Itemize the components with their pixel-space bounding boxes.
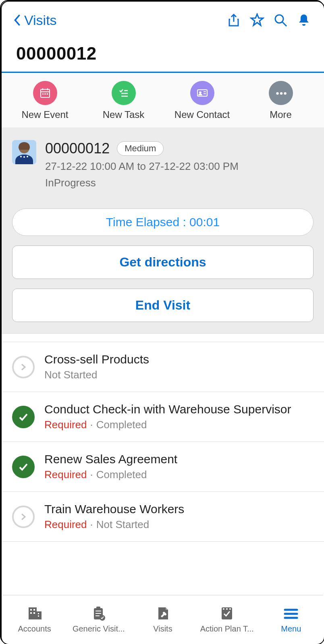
nav-plan[interactable]: Action Plan T...	[197, 605, 257, 634]
svg-point-18	[276, 92, 278, 95]
share-button[interactable]	[225, 11, 243, 29]
svg-rect-29	[30, 612, 32, 614]
building-icon	[26, 605, 43, 622]
bottom-nav: AccountsGeneric Visit...VisitsAction Pla…	[2, 595, 323, 643]
svg-point-24	[27, 156, 28, 157]
share-icon	[226, 13, 241, 27]
priority-badge: Medium	[117, 141, 164, 156]
page-title-row: 00000012	[2, 33, 324, 72]
action-block: Time Elapsed : 00:01 Get directions End …	[2, 208, 324, 334]
svg-rect-34	[96, 607, 100, 609]
svg-rect-10	[47, 93, 48, 95]
task-title: Renew Sales Agreement	[44, 452, 314, 466]
record-status: InProgress	[45, 177, 314, 189]
plan-icon	[218, 605, 235, 622]
nav-label: Visits	[153, 624, 172, 634]
contact-card-icon	[190, 81, 214, 105]
task-meta: Required·Completed	[44, 469, 314, 481]
quick-action-calendar[interactable]: New Event	[9, 81, 81, 120]
favorite-button[interactable]	[248, 11, 266, 29]
chevron-circle-icon	[12, 506, 35, 528]
task-meta: Required·Not Started	[44, 518, 314, 531]
quick-actions-row: New EventNew TaskNew ContactMore	[2, 73, 324, 128]
svg-point-42	[229, 608, 231, 610]
quick-action-label: More	[270, 109, 292, 120]
svg-rect-37	[96, 615, 100, 616]
quick-action-dots[interactable]: More	[245, 81, 317, 120]
clipboard-icon	[90, 605, 107, 622]
nav-building[interactable]: Accounts	[4, 605, 65, 634]
task-list: Cross-sell ProductsNot StartedConduct Ch…	[2, 334, 324, 542]
nav-label: Menu	[281, 624, 301, 634]
svg-point-20	[284, 92, 286, 95]
svg-marker-1	[251, 14, 263, 25]
task-body: Conduct Check-in with Warehouse Supervis…	[44, 402, 314, 431]
avatar	[12, 140, 36, 164]
record-datetime: 27-12-22 10:00 AM to 27-12-22 03:00 PM	[45, 160, 314, 173]
svg-line-3	[282, 22, 287, 26]
svg-rect-28	[33, 609, 35, 611]
task-meta: Not Started	[44, 369, 314, 381]
nav-wrench-doc[interactable]: Visits	[133, 605, 193, 634]
svg-rect-31	[38, 613, 39, 614]
svg-rect-8	[42, 93, 44, 95]
record-section: 00000012 Medium 27-12-22 10:00 AM to 27-…	[2, 128, 324, 334]
nav-label: Generic Visit...	[73, 624, 125, 634]
page-title: 00000012	[16, 43, 309, 64]
task-title: Cross-sell Products	[44, 353, 314, 366]
back-label: Visits	[24, 12, 57, 28]
task-body: Cross-sell ProductsNot Started	[44, 353, 314, 381]
search-button[interactable]	[272, 11, 289, 29]
bell-icon	[297, 13, 311, 27]
avatar-icon	[12, 140, 36, 164]
chevron-circle-icon	[12, 356, 35, 378]
task-item[interactable]: Cross-sell ProductsNot Started	[2, 342, 324, 392]
svg-point-40	[223, 608, 224, 610]
quick-action-label: New Event	[21, 109, 68, 120]
svg-rect-36	[96, 613, 101, 614]
record-id: 00000012	[45, 140, 110, 157]
checklist-icon	[112, 81, 136, 105]
calendar-icon	[33, 81, 57, 105]
nav-label: Accounts	[18, 624, 51, 634]
chevron-left-icon	[13, 13, 22, 27]
end-visit-button[interactable]: End Visit	[12, 289, 314, 322]
task-body: Renew Sales AgreementRequired·Completed	[44, 452, 314, 481]
record-info: 00000012 Medium 27-12-22 10:00 AM to 27-…	[45, 140, 314, 189]
quick-action-label: New Task	[103, 109, 145, 120]
dots-icon	[269, 81, 293, 105]
quick-action-contact-card[interactable]: New Contact	[166, 81, 239, 120]
svg-rect-30	[33, 612, 35, 614]
nav-menu[interactable]: Menu	[261, 605, 321, 634]
task-item[interactable]: Train Warehouse WorkersRequired·Not Star…	[2, 492, 324, 542]
check-circle-icon	[12, 456, 35, 478]
back-button[interactable]: Visits	[13, 12, 57, 28]
task-item[interactable]: Conduct Check-in with Warehouse Supervis…	[2, 392, 324, 442]
svg-point-19	[280, 92, 282, 95]
svg-rect-25	[29, 607, 37, 619]
svg-point-41	[226, 608, 228, 610]
svg-point-2	[275, 15, 283, 23]
quick-action-checklist[interactable]: New Task	[87, 81, 160, 120]
wrench-doc-icon	[154, 605, 171, 622]
check-circle-icon	[12, 406, 35, 428]
get-directions-button[interactable]: Get directions	[12, 246, 314, 279]
svg-rect-35	[96, 611, 101, 611]
svg-rect-9	[44, 93, 46, 95]
star-icon	[250, 13, 264, 27]
notifications-button[interactable]	[295, 11, 313, 29]
task-body: Train Warehouse WorkersRequired·Not Star…	[44, 502, 314, 531]
svg-point-22	[20, 156, 22, 157]
nav-label: Action Plan T...	[200, 624, 254, 634]
quick-action-label: New Contact	[174, 109, 230, 120]
task-meta: Required·Completed	[44, 419, 314, 431]
task-title: Conduct Check-in with Warehouse Supervis…	[44, 402, 314, 416]
svg-rect-32	[38, 615, 39, 617]
nav-clipboard[interactable]: Generic Visit...	[69, 605, 129, 634]
task-title: Train Warehouse Workers	[44, 502, 314, 516]
record-card: 00000012 Medium 27-12-22 10:00 AM to 27-…	[2, 128, 324, 200]
time-elapsed-pill[interactable]: Time Elapsed : 00:01	[12, 208, 314, 236]
task-item[interactable]: Renew Sales AgreementRequired·Completed	[2, 442, 324, 492]
svg-rect-27	[30, 609, 32, 611]
header-bar: Visits	[2, 2, 324, 33]
